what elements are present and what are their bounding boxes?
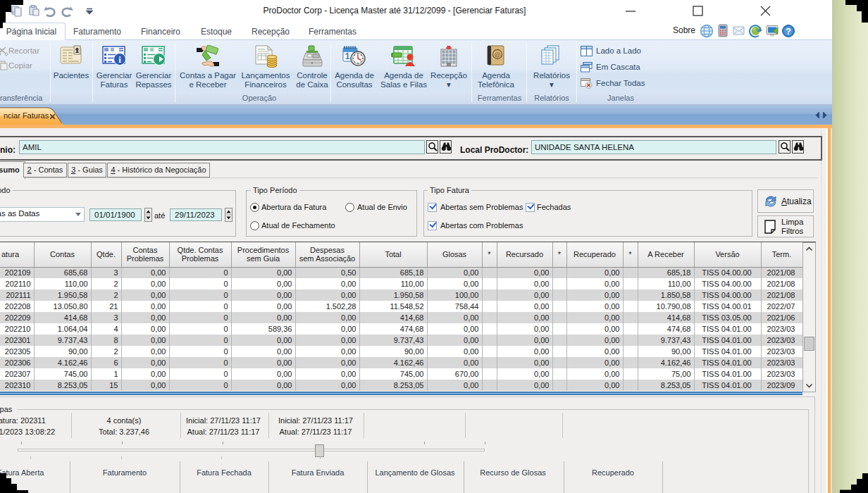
- svg-text:1: 1: [345, 51, 349, 61]
- svg-text:@: @: [494, 51, 500, 58]
- svg-text:?: ?: [786, 27, 790, 37]
